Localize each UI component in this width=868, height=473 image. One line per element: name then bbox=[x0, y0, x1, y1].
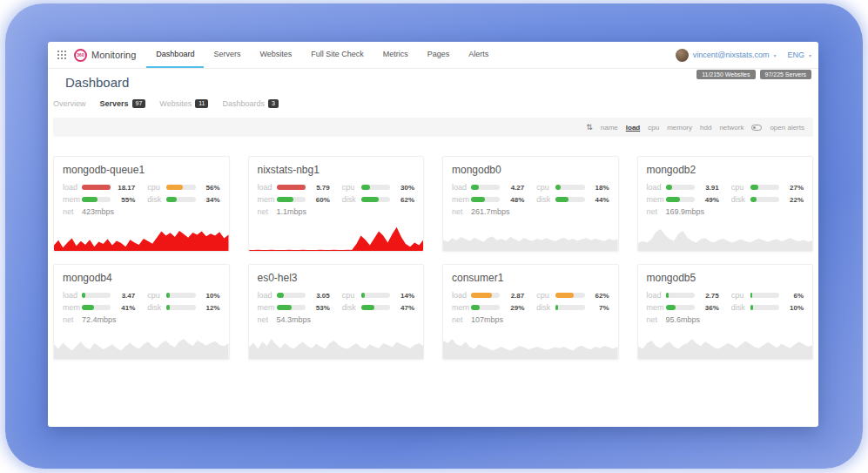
metric-value: 18.17 bbox=[111, 184, 135, 192]
metric-bar bbox=[555, 293, 584, 298]
account-badge[interactable]: 11/2150 Websites bbox=[696, 70, 755, 79]
server-card[interactable]: mongodb-queue1load18.17cpu56%mem55%disk3… bbox=[53, 156, 230, 252]
metric-bar-fill bbox=[277, 185, 306, 190]
net-value: 95.6mbps bbox=[666, 315, 701, 324]
sort-option-hdd[interactable]: hdd bbox=[700, 124, 711, 132]
metric-label: mem bbox=[452, 303, 471, 312]
brand-logo[interactable]: 360 Monitoring bbox=[74, 49, 136, 62]
server-card[interactable]: nixstats-nbg1load5.79cpu30%mem60%disk62%… bbox=[248, 156, 425, 252]
open-alerts-filter[interactable]: open alerts bbox=[770, 124, 804, 132]
nav-item-servers[interactable]: Servers bbox=[204, 42, 250, 68]
tab-overview[interactable]: Overview bbox=[53, 99, 86, 108]
nav-item-alerts[interactable]: Alerts bbox=[459, 42, 498, 68]
sort-options: nameloadcpumemoryhddnetwork bbox=[601, 124, 744, 132]
nav-item-full-site-check[interactable]: Full Site Check bbox=[301, 42, 373, 68]
metric-mem: mem60% bbox=[258, 195, 330, 204]
metric-label: cpu bbox=[342, 183, 361, 192]
metric-bar bbox=[666, 293, 695, 298]
server-card[interactable]: consumer1load2.87cpu62%mem29%disk7%net10… bbox=[442, 264, 619, 360]
metric-value: 47% bbox=[390, 304, 414, 312]
metric-load: load18.17 bbox=[63, 183, 135, 192]
metric-mem: mem55% bbox=[63, 195, 135, 204]
metric-bar bbox=[471, 293, 500, 298]
metric-bar bbox=[277, 185, 306, 190]
metric-disk: disk47% bbox=[342, 303, 414, 312]
server-metrics: load4.27cpu18%mem48%disk44%net261.7mbps bbox=[443, 176, 618, 216]
net-value: 1.1mbps bbox=[277, 207, 307, 216]
metric-bar bbox=[82, 185, 111, 190]
metric-load: load4.27 bbox=[452, 183, 524, 192]
nav-item-websites[interactable]: Websites bbox=[250, 42, 301, 68]
metric-bar-fill bbox=[666, 185, 673, 190]
tab-websites[interactable]: Websites11 bbox=[159, 99, 208, 108]
tab-dashboards[interactable]: Dashboards3 bbox=[222, 99, 278, 108]
metric-value: 53% bbox=[306, 304, 330, 312]
metric-label: mem bbox=[647, 303, 666, 312]
net-value: 107mbps bbox=[471, 315, 503, 324]
nav-item-pages[interactable]: Pages bbox=[418, 42, 460, 68]
metric-bar-fill bbox=[555, 305, 557, 310]
metric-value: 3.47 bbox=[111, 292, 135, 300]
metric-bar-fill bbox=[471, 305, 480, 310]
metric-label: mem bbox=[63, 195, 82, 204]
sort-option-load[interactable]: load bbox=[626, 124, 640, 132]
nav-item-metrics[interactable]: Metrics bbox=[373, 42, 418, 68]
metric-label: cpu bbox=[147, 291, 166, 300]
server-card[interactable]: mongodb2load3.91cpu27%mem49%disk22%net16… bbox=[637, 156, 814, 252]
metric-bar-fill bbox=[666, 305, 676, 310]
language-menu[interactable]: ENG bbox=[787, 51, 804, 59]
server-metrics: load2.75cpu6%mem36%disk10%net95.6mbps bbox=[638, 284, 813, 324]
metric-label: net bbox=[647, 207, 666, 216]
server-card[interactable]: es0-hel3load3.05cpu14%mem53%disk47%net54… bbox=[248, 264, 425, 360]
metric-label: load bbox=[258, 291, 277, 300]
metric-value: 36% bbox=[695, 304, 719, 312]
metric-bar-fill bbox=[82, 305, 94, 310]
metric-bar-fill bbox=[361, 305, 375, 310]
metric-bar bbox=[666, 197, 695, 202]
metric-bar-fill bbox=[471, 185, 479, 190]
metric-label: load bbox=[647, 183, 666, 192]
metric-label: net bbox=[452, 315, 471, 324]
metric-bar bbox=[361, 293, 390, 298]
metric-disk: disk22% bbox=[731, 195, 804, 204]
apps-grid-icon[interactable] bbox=[57, 50, 67, 60]
tab-label: Dashboards bbox=[222, 99, 265, 108]
open-alerts-toggle-icon[interactable] bbox=[751, 125, 762, 131]
metric-label: load bbox=[452, 183, 471, 192]
metric-value: 56% bbox=[196, 184, 220, 192]
metric-bar bbox=[361, 305, 390, 310]
metric-bar bbox=[166, 293, 195, 298]
metric-bar-fill bbox=[82, 293, 85, 298]
server-name: mongodb2 bbox=[638, 157, 813, 176]
sort-option-memory[interactable]: memory bbox=[667, 124, 692, 132]
server-card[interactable]: mongodb0load4.27cpu18%mem48%disk44%net26… bbox=[442, 156, 619, 252]
metric-value: 14% bbox=[390, 292, 414, 300]
metric-value: 10% bbox=[196, 292, 220, 300]
sort-option-name[interactable]: name bbox=[601, 124, 618, 132]
metric-label: net bbox=[258, 207, 277, 216]
server-card[interactable]: mongodb5load2.75cpu6%mem36%disk10%net95.… bbox=[637, 264, 814, 360]
tab-label: Servers bbox=[100, 99, 129, 108]
metric-load: load3.05 bbox=[258, 291, 330, 300]
sort-filter-bar: ⇅ nameloadcpumemoryhddnetwork open alert… bbox=[53, 118, 813, 137]
server-card[interactable]: mongodb4load3.47cpu10%mem41%disk12%net72… bbox=[53, 264, 230, 360]
user-avatar[interactable] bbox=[676, 49, 689, 62]
sort-arrows-icon: ⇅ bbox=[586, 124, 593, 132]
metric-mem: mem29% bbox=[452, 303, 524, 312]
tab-servers[interactable]: Servers97 bbox=[100, 99, 146, 108]
metric-label: load bbox=[647, 291, 666, 300]
user-email-menu[interactable]: vincent@nixstats.com bbox=[693, 51, 770, 59]
account-badge[interactable]: 97/225 Servers bbox=[760, 70, 811, 79]
metric-bar-fill bbox=[277, 305, 293, 310]
metric-load: load3.47 bbox=[63, 291, 135, 300]
metric-label: mem bbox=[647, 195, 666, 204]
metric-label: mem bbox=[452, 195, 471, 204]
metric-mem: mem49% bbox=[647, 195, 719, 204]
metric-bar-fill bbox=[555, 185, 561, 190]
sort-option-network[interactable]: network bbox=[719, 124, 744, 132]
sort-option-cpu[interactable]: cpu bbox=[648, 124, 659, 132]
metric-value: 3.05 bbox=[306, 292, 330, 300]
metric-net: net1.1mbps bbox=[258, 207, 330, 216]
nav-item-dashboard[interactable]: Dashboard bbox=[146, 42, 204, 68]
metric-cpu: cpu18% bbox=[536, 183, 609, 192]
